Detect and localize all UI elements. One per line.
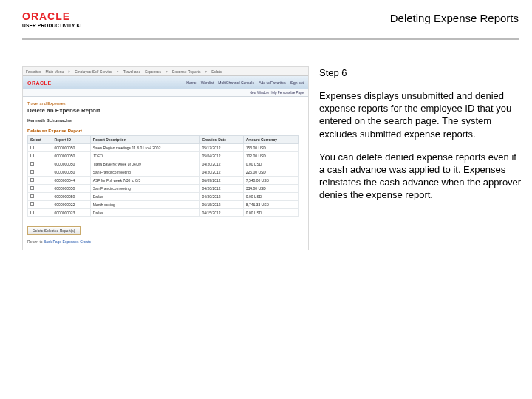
menu-item: Main Menu xyxy=(46,69,64,74)
cell-desc: JDEO xyxy=(90,152,200,160)
app-top-menu: Favorites Main Menu> Employee Self-Servi… xyxy=(23,67,308,76)
row-checkbox[interactable] xyxy=(30,170,34,174)
cell-amount: 8,746.33 USD xyxy=(243,201,298,209)
app-tab: Add to Favorites xyxy=(259,81,285,85)
menu-item: Employee Self-Service xyxy=(75,69,112,74)
app-page-title: Delete an Expense Report xyxy=(27,107,304,114)
cell-desc: Month seeing xyxy=(90,201,200,209)
cell-date: 06/09/2012 xyxy=(200,177,243,185)
row-checkbox[interactable] xyxy=(30,202,34,206)
menu-item: Favorites xyxy=(26,69,41,74)
cell-date: 04/20/2012 xyxy=(200,193,243,201)
step-label: Step 6 xyxy=(319,66,522,79)
cell-desc: San Francisco meeting xyxy=(90,168,200,177)
menu-item: Travel and xyxy=(123,69,140,74)
table-row: 0000000023Dallas04/15/20120.00 USD xyxy=(28,209,299,217)
cell-report-id: 0000000050 xyxy=(52,168,90,177)
expense-reports-table: Select Report ID Report Description Crea… xyxy=(27,135,299,217)
breadcrumb: Travel and Expenses xyxy=(27,101,304,106)
cell-report-id: 0000000044 xyxy=(52,177,90,185)
cell-date: 04/20/2012 xyxy=(200,168,243,177)
footer-label: Return to xyxy=(27,239,43,244)
cell-date: 04/15/2012 xyxy=(200,209,243,217)
cell-amount: 0.00 USD xyxy=(243,160,298,168)
cell-report-id: 0000000050 xyxy=(52,185,90,193)
col-date: Creation Date xyxy=(200,136,243,144)
table-row: 0000000050Sales Region meetings 11.6.01 … xyxy=(28,144,299,152)
app-oracle-logo: ORACLE xyxy=(23,81,52,86)
cell-desc: Dallas xyxy=(90,193,200,201)
cell-amount: 225.00 USD xyxy=(243,168,298,177)
col-report-id: Report ID xyxy=(52,136,90,144)
row-checkbox[interactable] xyxy=(30,162,34,166)
app-employee-name: Kenneth Schumacher xyxy=(27,118,304,123)
row-checkbox[interactable] xyxy=(30,178,34,182)
table-row: 0000000050San Francisco meeting04/20/201… xyxy=(28,185,299,193)
page-title: Deleting Expense Reports xyxy=(390,12,519,24)
table-row: 0000000050Tiana Bayerre: week of 04/0904… xyxy=(28,160,299,168)
menu-item: Expense Reports xyxy=(172,69,200,74)
cell-report-id: 0000000050 xyxy=(52,152,90,160)
cell-report-id: 0000000023 xyxy=(52,209,90,217)
oracle-logo-text: ORACLE xyxy=(22,10,70,22)
table-row: 0000000050Dallas04/20/20120.00 USD xyxy=(28,193,299,201)
row-checkbox[interactable] xyxy=(30,194,34,198)
cell-amount: 0.00 USD xyxy=(243,209,298,217)
col-select: Select xyxy=(28,136,52,144)
instruction-para-1: Expenses displays unsubmitted and denied… xyxy=(319,89,522,140)
cell-desc: Sales Region meetings 11.6.01 to 4.2002 xyxy=(90,144,200,152)
row-checkbox[interactable] xyxy=(30,186,34,190)
row-checkbox[interactable] xyxy=(30,154,34,157)
col-amount: Amount Currency xyxy=(243,136,298,144)
app-tab: MultiChannel Console xyxy=(218,81,254,85)
cell-date: 05/04/2012 xyxy=(200,152,243,160)
cell-amount: 102.00 USD xyxy=(243,152,298,160)
cell-desc: ASF for Full week 7/30 to 8/3 xyxy=(90,177,200,185)
app-subbar: New Window Help Personalize Page xyxy=(23,89,308,97)
cell-desc: Dallas xyxy=(90,209,200,217)
cell-report-id: 0000000022 xyxy=(52,201,90,209)
menu-item: Expenses xyxy=(145,69,161,74)
app-tab: Sign out xyxy=(290,81,304,85)
cell-amount: 153.00 USD xyxy=(243,144,298,152)
col-desc: Report Description xyxy=(90,136,200,144)
cell-report-id: 0000000050 xyxy=(52,144,90,152)
instruction-para-2: You can delete denied expense reports ev… xyxy=(319,151,522,202)
cell-amount: 0.00 USD xyxy=(243,193,298,201)
cell-date: 04/20/2012 xyxy=(200,160,243,168)
cell-desc: Tiana Bayerre: week of 04/09 xyxy=(90,160,200,168)
cell-date: 05/17/2012 xyxy=(200,144,243,152)
app-tab: Home xyxy=(186,81,196,85)
table-row: 0000000022Month seeing06/15/20128,746.33… xyxy=(28,201,299,209)
cell-amount: 7,540.00 USD xyxy=(243,177,298,185)
app-branding-bar: ORACLE Home Worklist MultiChannel Consol… xyxy=(23,76,308,89)
cell-report-id: 0000000050 xyxy=(52,160,90,168)
app-tab: Worklist xyxy=(201,81,214,85)
cell-amount: 334.00 USD xyxy=(243,185,298,193)
table-row: 0000000050San Francisco meeting04/20/201… xyxy=(28,168,299,177)
cell-desc: San Francisco meeting xyxy=(90,185,200,193)
instruction-panel: Step 6 Expenses displays unsubmitted and… xyxy=(319,66,522,250)
delete-selected-button[interactable]: Delete Selected Report(s) xyxy=(27,226,81,235)
cell-date: 04/20/2012 xyxy=(200,185,243,193)
embedded-app-screenshot: Favorites Main Menu> Employee Self-Servi… xyxy=(22,66,309,250)
table-row: 0000000050JDEO05/04/2012102.00 USD xyxy=(28,152,299,160)
footer-link: Back Page Expenses-Create xyxy=(44,239,91,244)
table-row: 0000000044ASF for Full week 7/30 to 8/30… xyxy=(28,177,299,185)
row-checkbox[interactable] xyxy=(30,146,34,149)
row-checkbox[interactable] xyxy=(30,211,34,214)
section-heading: Delete an Expense Report xyxy=(27,129,304,133)
cell-report-id: 0000000050 xyxy=(52,193,90,201)
cell-date: 06/15/2012 xyxy=(200,201,243,209)
menu-item: Delete xyxy=(211,69,222,74)
